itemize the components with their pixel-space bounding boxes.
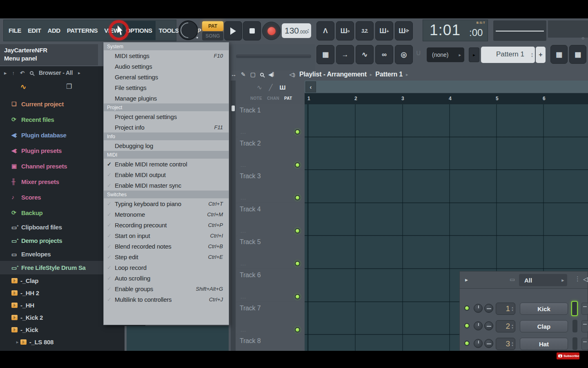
channel-number-spinner[interactable]: ▲▼ (511, 303, 514, 314)
menu-item-auto-scrolling[interactable]: ✓Auto scrolling (104, 273, 229, 283)
menu-item-project-general-settings[interactable]: ✓Project general settings (104, 111, 229, 122)
track-name[interactable]: Track 1 (240, 107, 261, 114)
channel-enable-led[interactable] (464, 341, 470, 346)
menu-item-metronome[interactable]: ✓MetronomeCtrl+M (104, 209, 229, 220)
track-name[interactable]: Track 6 (240, 272, 261, 279)
track-options-dots[interactable]: ... (241, 228, 246, 234)
song-mode-button[interactable]: SONG (202, 31, 223, 40)
speaker-icon[interactable] (583, 276, 588, 283)
channel-number-spinner[interactable]: ▲▼ (511, 338, 514, 350)
channel-target-led[interactable] (572, 320, 577, 332)
track-name[interactable]: Track 3 (240, 173, 261, 180)
magnet-icon[interactable] (416, 48, 421, 57)
playlist-title[interactable]: Playlist - Arrangement (299, 71, 367, 78)
playlist-picker-icon[interactable] (569, 45, 586, 64)
oscilloscope-panel[interactable] (493, 20, 546, 41)
folder-icon[interactable] (510, 276, 515, 283)
menu-item-start-on-input[interactable]: ✓Start on inputCtrl+I (104, 230, 229, 241)
copy-icon[interactable] (66, 83, 72, 90)
track-options-dots[interactable]: ... (241, 327, 246, 333)
track-row[interactable]: Track 2... (236, 137, 304, 170)
playlist-ruler[interactable]: 1 2 3 4 5 6 (305, 93, 588, 104)
slide-icon[interactable] (356, 45, 374, 64)
menu-item-enable-midi-output[interactable]: ✓Enable MIDI output (104, 169, 229, 180)
search-icon[interactable] (30, 71, 33, 75)
slide-icon[interactable]: ╱ (269, 84, 273, 91)
channel-enable-led[interactable] (464, 323, 470, 328)
tab-pat[interactable]: PAT (284, 96, 292, 101)
channel-number[interactable]: 2▲▼ (496, 320, 515, 332)
tab-chan[interactable]: CHAN (267, 96, 279, 101)
channel-button-hat[interactable]: Hat (520, 338, 568, 350)
menu-item-manage-plugins[interactable]: ✓Manage plugins (104, 93, 229, 103)
channel-extra-button[interactable] (581, 320, 588, 332)
up-arrow-icon[interactable] (12, 70, 15, 76)
select-icon[interactable] (250, 71, 256, 78)
mute-icon[interactable] (268, 71, 274, 78)
menu-item-audio-settings[interactable]: ✓Audio settings (104, 61, 229, 72)
pan-knob[interactable] (474, 321, 483, 330)
menu-item-debugging-log[interactable]: ✓Debugging log (104, 140, 229, 151)
menu-item-project-info[interactable]: ✓Project infoF11 (104, 122, 229, 132)
stop-button[interactable] (243, 21, 261, 40)
master-volume-knob[interactable] (178, 20, 198, 40)
pan-icon[interactable] (231, 71, 236, 78)
pan-knob[interactable] (474, 304, 483, 313)
step-edit-icon[interactable] (375, 21, 393, 40)
tempo-display[interactable]: 130 .000 ▲▼ (282, 23, 311, 38)
pattern-nav-button[interactable]: ▸ (469, 47, 479, 62)
track-name[interactable]: Track 2 (240, 140, 261, 147)
menu-item-enable-midi-master-sync[interactable]: ✓Enable MIDI master sync (104, 180, 229, 191)
link-selector[interactable]: (none) ▸ (427, 47, 464, 62)
playlist-scrollbar[interactable] (305, 81, 588, 93)
pot-icon[interactable] (395, 45, 413, 64)
record-button[interactable] (262, 22, 281, 40)
countdown-icon[interactable]: 3.2. (356, 21, 374, 40)
track-row[interactable]: Track 6... (236, 269, 304, 301)
typing-piano-icon[interactable] (316, 45, 334, 64)
menu-item-typing-keyboard-to-piano[interactable]: ✓Typing keyboard to pianoCtrl+T (104, 198, 229, 209)
track-led[interactable] (295, 327, 300, 332)
volume-knob[interactable] (484, 339, 493, 348)
zoom-icon[interactable] (260, 73, 264, 76)
track-row[interactable]: Track 4... (236, 203, 304, 236)
follow-playback-icon[interactable] (336, 45, 354, 64)
piano-icon[interactable]: Ш (280, 84, 286, 91)
wave-icon[interactable]: ∿ (257, 84, 262, 91)
pattern-picker-icon[interactable] (550, 45, 568, 64)
menu-file[interactable]: FILE (5, 21, 24, 40)
time-display[interactable]: 1:01 00 B:S:T (423, 20, 488, 41)
link-icon[interactable] (375, 45, 393, 64)
track-led[interactable] (295, 162, 300, 168)
undo-icon[interactable] (20, 70, 24, 76)
track-row[interactable]: Track 8 (236, 335, 304, 351)
play-arrow-icon[interactable] (465, 276, 468, 283)
track-options-dots[interactable]: ... (241, 195, 246, 201)
menu-item-loop-record[interactable]: ✓Loop record (104, 262, 229, 273)
track-name[interactable]: Track 4 (240, 206, 261, 213)
pattern-selector[interactable]: Pattern 1 ▲▼ (481, 47, 535, 63)
track-led[interactable] (295, 195, 300, 200)
menu-patterns[interactable]: PATTERNS (64, 21, 101, 40)
loop-record-icon[interactable] (395, 21, 413, 40)
browser-item-kick[interactable]: -_Kick (0, 323, 141, 336)
tempo-spinner[interactable]: ▲▼ (307, 23, 310, 38)
dots-vert-icon[interactable] (575, 275, 581, 283)
channel-target-led[interactable] (571, 301, 578, 316)
track-options-dots[interactable]: ... (241, 162, 246, 168)
track-name[interactable]: Track 5 (240, 238, 261, 246)
track-row[interactable]: Track 3... (236, 170, 304, 202)
track-options-dots[interactable]: ... (241, 129, 246, 135)
menu-item-multilink-to-controllers[interactable]: ✓Multilink to controllersCtrl+J (104, 294, 229, 305)
menu-item-recording-precount[interactable]: ✓Recording precountCtrl+P (104, 220, 229, 230)
volume-knob[interactable] (484, 321, 493, 330)
track-led[interactable] (295, 261, 300, 266)
track-led[interactable] (295, 294, 300, 299)
track-row[interactable]: Track 1... (236, 104, 304, 137)
channel-number-spinner[interactable]: ▲▼ (511, 321, 514, 332)
track-led[interactable] (295, 228, 300, 233)
menu-item-general-settings[interactable]: ✓General settings (104, 72, 229, 82)
playlist-crumb-pattern[interactable]: Pattern 1 (375, 71, 403, 78)
pat-mode-button[interactable]: PAT (202, 21, 223, 31)
menu-edit[interactable]: EDIT (24, 21, 45, 40)
